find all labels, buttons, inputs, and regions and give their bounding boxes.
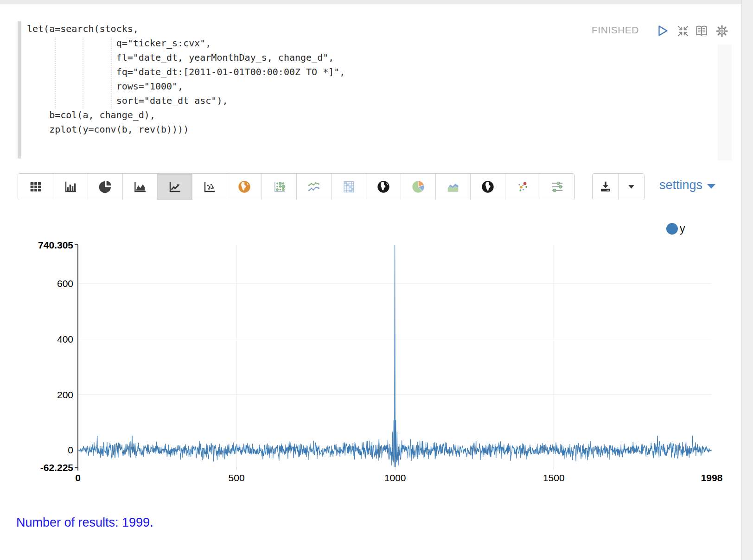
x-axis-tick-label: 500 — [229, 472, 245, 483]
y-axis-tick-label: 740.305 — [38, 240, 73, 250]
results-count-text: Number of results: 1999. — [16, 515, 153, 530]
y-axis-tick-label: 600 — [57, 278, 73, 289]
y-axis-tick-label: -62.225 — [40, 462, 74, 473]
line-chart-canvas[interactable]: 740.3056004002000-62.2250500100015001998 — [0, 0, 753, 560]
y-axis-tick-label: 0 — [68, 445, 73, 455]
x-axis-tick-label: 1998 — [701, 472, 723, 483]
x-axis-tick-label: 1500 — [543, 472, 565, 483]
series-y-line — [78, 245, 712, 467]
y-axis-tick-label: 400 — [57, 334, 73, 344]
y-axis-tick-label: 200 — [57, 389, 73, 400]
zeppelin-paragraph: let(a=search(stocks, q="ticker_s:cvx", f… — [0, 0, 753, 560]
x-axis-tick-label: 1000 — [384, 472, 406, 483]
x-axis-tick-label: 0 — [75, 472, 81, 483]
